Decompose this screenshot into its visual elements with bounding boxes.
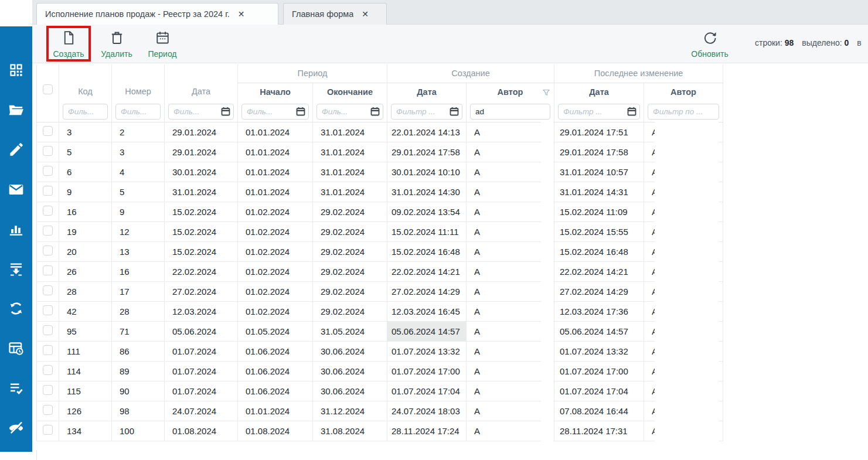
cell-period-end: 29.02.2024 (313, 281, 387, 301)
cell-number: 12 (112, 222, 165, 241)
cell-code: 19 (59, 222, 112, 241)
column-header-creation-author[interactable]: Автор (467, 83, 554, 101)
table-row[interactable]: 95 71 05.06.2024 01.05.2024 31.05.2024 0… (37, 321, 723, 341)
row-checkbox[interactable] (43, 265, 53, 275)
phone-off-icon[interactable] (8, 419, 25, 435)
row-checkbox-cell (37, 341, 59, 361)
table-row[interactable]: 28 17 27.02.2024 01.02.2024 29.02.2024 2… (37, 281, 723, 301)
table-row[interactable]: 20 13 15.02.2024 01.02.2024 29.02.2024 1… (37, 241, 723, 261)
row-checkbox[interactable] (43, 425, 53, 435)
pencil-icon[interactable] (8, 141, 25, 158)
cell-created-date: 29.01.2024 17:58 (387, 142, 467, 162)
cell-created-date: 31.01.2024 14:30 (387, 182, 467, 202)
table-row[interactable]: 5 3 29.01.2024 01.01.2024 31.01.2024 29.… (37, 142, 723, 162)
table-row[interactable]: 114 89 01.07.2024 01.06.2024 30.06.2024 … (37, 361, 723, 381)
envelope-icon[interactable] (8, 181, 25, 197)
cell-period-start: 01.01.2024 (238, 122, 313, 142)
cell-modified-date: 31.01.2024 10:57 (554, 162, 644, 182)
cell-period-start: 01.02.2024 (238, 222, 313, 241)
cell-period-end: 29.02.2024 (313, 202, 387, 222)
filter-input-code[interactable] (63, 104, 108, 120)
tab-sales-plan-register[interactable]: Исполнение планов продаж - Реестр за 202… (36, 3, 278, 25)
cell-modified-date: 12.03.2024 17:36 (554, 301, 644, 321)
tab-main-form[interactable]: Главная форма ✕ (283, 3, 387, 25)
bar-chart-icon[interactable] (8, 221, 25, 237)
table-row[interactable]: 134 100 01.08.2024 01.08.2024 31.08.2024… (37, 421, 723, 441)
filter-input-modified-date[interactable] (558, 104, 640, 120)
table-row[interactable]: 16 9 15.02.2024 01.02.2024 29.02.2024 09… (37, 202, 723, 222)
qr-code-icon[interactable] (8, 62, 25, 78)
cell-code: 28 (59, 281, 112, 301)
tab-close-icon[interactable]: ✕ (238, 9, 245, 19)
filter-input-date[interactable] (168, 104, 234, 120)
cell-period-start: 01.08.2024 (238, 421, 313, 441)
column-header-period-end[interactable]: Окончание (313, 83, 387, 101)
row-checkbox[interactable] (43, 285, 53, 295)
row-checkbox[interactable] (43, 226, 53, 236)
column-header-number[interactable]: Номер (112, 64, 165, 101)
select-all-checkbox[interactable] (43, 84, 53, 94)
sync-icon[interactable] (8, 300, 25, 316)
row-checkbox[interactable] (43, 305, 53, 315)
column-header-creation-date[interactable]: Дата (387, 83, 467, 101)
group-header-creation: Создание (387, 64, 554, 83)
column-header-modified-author[interactable]: Автор (644, 83, 723, 101)
column-header-code[interactable]: Код (59, 64, 112, 101)
checklist-icon[interactable] (8, 380, 25, 396)
table-row[interactable]: 3 2 29.01.2024 01.01.2024 31.01.2024 22.… (37, 122, 723, 142)
table-row[interactable]: 111 86 01.07.2024 01.06.2024 30.06.2024 … (37, 341, 723, 361)
row-checkbox[interactable] (43, 166, 53, 176)
filter-input-modified-author[interactable] (648, 104, 719, 120)
table-row[interactable]: 126 98 24.07.2024 01.01.2024 31.12.2024 … (37, 401, 723, 421)
table-row[interactable]: 115 90 01.07.2024 01.06.2024 30.06.2024 … (37, 381, 723, 401)
cell-code: 9 (59, 182, 112, 202)
cell-modified-date: 29.01.2024 17:58 (554, 142, 644, 162)
delete-button[interactable]: Удалить (93, 30, 140, 59)
row-checkbox[interactable] (43, 345, 53, 355)
filter-input-creation-date[interactable] (391, 104, 462, 120)
row-checkbox-cell (37, 421, 59, 441)
row-checkbox[interactable] (43, 325, 53, 335)
filter-input-period-end[interactable] (316, 104, 383, 120)
cell-period-end: 29.02.2024 (313, 261, 387, 281)
list-download-icon[interactable] (8, 260, 25, 277)
row-checkbox[interactable] (43, 385, 53, 395)
filter-input-number[interactable] (115, 104, 161, 120)
cell-modified-date: 05.06.2024 14:57 (554, 321, 644, 341)
cell-code: 114 (59, 361, 112, 381)
table-row[interactable]: 26 16 22.02.2024 01.02.2024 29.02.2024 2… (37, 261, 723, 281)
folder-open-icon[interactable] (8, 101, 25, 118)
row-checkbox-cell (37, 321, 59, 341)
column-header-date[interactable]: Дата (165, 64, 238, 101)
row-checkbox[interactable] (43, 365, 53, 375)
row-checkbox[interactable] (43, 146, 53, 156)
cell-created-date: 28.11.2024 17:24 (387, 421, 467, 441)
row-checkbox-cell (37, 381, 59, 401)
row-checkbox[interactable] (43, 186, 53, 196)
row-checkbox[interactable] (43, 246, 53, 255)
tab-close-icon[interactable]: ✕ (362, 9, 369, 19)
row-checkbox[interactable] (43, 405, 53, 415)
table-row[interactable]: 42 28 12.03.2024 01.02.2024 29.02.2024 1… (37, 301, 723, 321)
column-header-modified-date[interactable]: Дата (554, 83, 644, 101)
column-header-period-start[interactable]: Начало (238, 83, 313, 101)
cell-modified-date: 31.01.2024 14:31 (554, 182, 644, 202)
cell-period-start: 01.01.2024 (238, 162, 313, 182)
filter-input-period-start[interactable] (241, 104, 309, 120)
table-row[interactable]: 6 4 30.01.2024 01.01.2024 31.01.2024 30.… (37, 162, 723, 182)
refresh-button[interactable]: Обновить (686, 30, 733, 59)
cell-period-start: 01.06.2024 (238, 341, 313, 361)
create-button[interactable]: Создать (45, 30, 92, 59)
table-row[interactable]: 9 5 31.01.2024 01.01.2024 31.01.2024 31.… (37, 182, 723, 202)
cell-created-date: 15.02.2024 11:11 (387, 222, 467, 241)
row-checkbox[interactable] (43, 206, 53, 216)
period-button[interactable]: Период (139, 30, 186, 59)
row-checkbox[interactable] (43, 126, 53, 136)
table-row[interactable]: 19 12 15.02.2024 01.02.2024 29.02.2024 1… (37, 222, 723, 241)
row-checkbox-cell (37, 261, 59, 281)
cell-date: 01.07.2024 (165, 361, 238, 381)
cell-date: 01.08.2024 (165, 421, 238, 441)
table-clock-icon[interactable] (8, 340, 25, 356)
cell-date: 31.01.2024 (165, 182, 238, 202)
filter-input-creation-author[interactable] (470, 104, 550, 120)
